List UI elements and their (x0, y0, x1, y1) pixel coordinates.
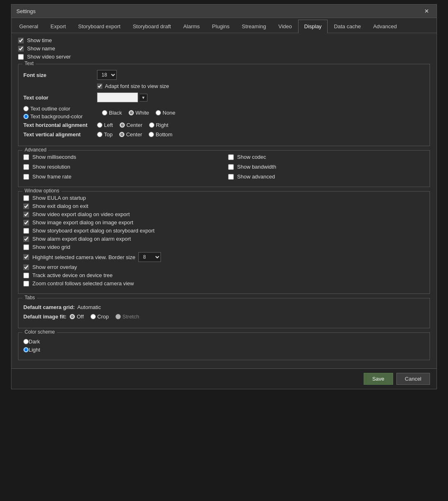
outline-black-radio[interactable] (102, 110, 107, 115)
tab-storyboard-export[interactable]: Storyboard export (72, 20, 127, 33)
show-error-overlay-checkbox[interactable] (23, 264, 29, 270)
close-button[interactable]: ✕ (422, 7, 432, 15)
dialog-title: Settings (16, 8, 36, 14)
color-label-col: Text outline color Text background-color (23, 106, 97, 120)
show-frame-rate-checkbox[interactable] (23, 174, 29, 180)
dialog-footer: Save Cancel (11, 368, 437, 389)
v-align-label: Text vertical alignment (23, 131, 97, 138)
show-alarm-export-label: Show alarm export dialog on alarm export (32, 236, 131, 242)
h-align-right-radio[interactable] (149, 122, 154, 128)
show-resolution-checkbox[interactable] (23, 164, 29, 170)
show-video-export-checkbox[interactable] (23, 212, 29, 217)
color-scheme-light-label: Light (29, 347, 40, 353)
show-name-checkbox[interactable] (18, 46, 24, 52)
text-bg-radio[interactable] (23, 114, 29, 119)
outline-black-label: Black (102, 110, 122, 116)
text-section: Text Font size 8101214161820242832 Adapt… (18, 64, 430, 146)
image-fit-crop-radio[interactable] (91, 314, 96, 319)
track-active-device-checkbox[interactable] (23, 273, 29, 278)
tab-storyboard-draft[interactable]: Storyboard draft (127, 20, 177, 33)
outline-white-radio[interactable] (129, 110, 134, 115)
show-eula-checkbox[interactable] (23, 195, 29, 201)
show-video-grid-checkbox[interactable] (23, 244, 29, 250)
show-video-grid-row: Show video grid (23, 244, 425, 250)
show-exit-dialog-checkbox[interactable] (23, 203, 29, 209)
show-eula-label: Show EULA on startup (32, 195, 86, 201)
show-frame-rate-label: Show frame rate (32, 174, 71, 180)
tab-advanced[interactable]: Advanced (367, 20, 403, 33)
show-name-row: Show name (18, 45, 430, 52)
h-align-left-radio[interactable] (97, 122, 102, 128)
text-outline-radio-row: Text outline color (23, 106, 97, 112)
text-outline-radio[interactable] (23, 106, 29, 111)
text-outline-label: Text outline color (30, 106, 70, 112)
show-ms-row: Show milliseconds (23, 154, 220, 160)
show-codec-checkbox[interactable] (228, 154, 234, 160)
show-storyboard-export-checkbox[interactable] (23, 228, 29, 234)
show-eula-row: Show EULA on startup (23, 195, 425, 201)
default-camera-value: Automatic (77, 304, 101, 310)
h-align-options: Left Center Right (97, 122, 168, 128)
zoom-control-checkbox[interactable] (23, 281, 29, 287)
highlight-camera-row: Highlight selected camera view. Border s… (23, 252, 425, 262)
image-fit-off-radio[interactable] (70, 314, 75, 319)
show-bandwidth-label: Show bandwidth (237, 164, 276, 170)
text-color-row: Text color ▼ (23, 93, 425, 102)
tab-plugins[interactable]: Plugins (206, 20, 236, 33)
zoom-control-label: Zoom control follows selected camera vie… (32, 280, 134, 287)
show-storyboard-export-row: Show storyboard export dialog on storybo… (23, 228, 425, 234)
tab-general[interactable]: General (13, 20, 44, 33)
outline-none-radio[interactable] (156, 110, 161, 115)
text-bg-label: Text background-color (30, 113, 83, 120)
show-ms-checkbox[interactable] (23, 154, 29, 160)
title-bar: Settings ✕ (11, 5, 437, 18)
default-camera-row: Default camera grid: Automatic (23, 304, 425, 310)
font-size-dropdown[interactable]: 8101214161820242832 (97, 70, 117, 80)
tab-data-cache[interactable]: Data cache (328, 20, 367, 33)
show-alarm-export-checkbox[interactable] (23, 236, 29, 242)
tab-export[interactable]: Export (44, 20, 72, 33)
border-size-select[interactable]: 24681012 (138, 252, 161, 262)
highlight-camera-checkbox[interactable] (23, 254, 29, 260)
show-video-server-checkbox[interactable] (18, 54, 24, 60)
tabs-section: Tabs Default camera grid: Automatic Defa… (18, 298, 430, 328)
tab-alarms[interactable]: Alarms (177, 20, 206, 33)
show-image-export-checkbox[interactable] (23, 220, 29, 226)
color-swatch[interactable] (97, 93, 138, 102)
v-align-bottom-radio[interactable] (149, 132, 154, 137)
show-image-export-row: Show image export dialog on image export (23, 219, 425, 226)
show-exit-dialog-row: Show exit dialog on exit (23, 203, 425, 209)
color-scheme-dark-radio[interactable] (23, 339, 29, 344)
tab-video[interactable]: Video (272, 20, 298, 33)
image-fit-off-label: Off (70, 314, 84, 320)
image-fit-row: Default image fit: Off Crop Stretch (23, 314, 425, 320)
v-align-center-radio[interactable] (119, 132, 124, 137)
color-dropdown-arrow[interactable]: ▼ (140, 94, 147, 102)
image-fit-options: Off Crop Stretch (70, 314, 139, 320)
h-align-right-label: Right (149, 122, 168, 128)
tab-display[interactable]: Display (298, 20, 328, 33)
color-scheme-light-radio[interactable] (23, 347, 29, 352)
save-button[interactable]: Save (364, 373, 393, 385)
h-align-row: Text horizontal alignment Left Center Ri… (23, 122, 425, 128)
main-content: Show timeShow nameShow video server Text… (11, 33, 437, 368)
font-size-row: Font size 8101214161820242832 (23, 70, 425, 80)
show-advanced-checkbox[interactable] (228, 174, 234, 180)
v-align-top-radio[interactable] (97, 132, 102, 137)
window-options-label: Window options (23, 188, 61, 194)
show-bandwidth-checkbox[interactable] (228, 164, 234, 170)
adapt-font-checkbox[interactable] (97, 84, 102, 89)
show-time-label: Show time (27, 37, 52, 43)
outline-color-options: Black White None (102, 110, 175, 116)
show-error-overlay-row: Show error overlay (23, 264, 425, 270)
show-video-grid-label: Show video grid (32, 244, 70, 250)
show-video-export-label: Show video export dialog on video export (32, 211, 130, 217)
window-checkboxes: Show EULA on startupShow exit dialog on … (23, 195, 425, 287)
show-video-server-label: Show video server (27, 54, 71, 60)
cancel-button[interactable]: Cancel (396, 373, 430, 385)
show-time-checkbox[interactable] (18, 38, 24, 43)
tab-streaming[interactable]: Streaming (235, 20, 272, 33)
show-storyboard-export-label: Show storyboard export dialog on storybo… (32, 228, 154, 234)
show-frame-rate-row: Show frame rate (23, 174, 220, 180)
h-align-center-radio[interactable] (120, 122, 125, 128)
